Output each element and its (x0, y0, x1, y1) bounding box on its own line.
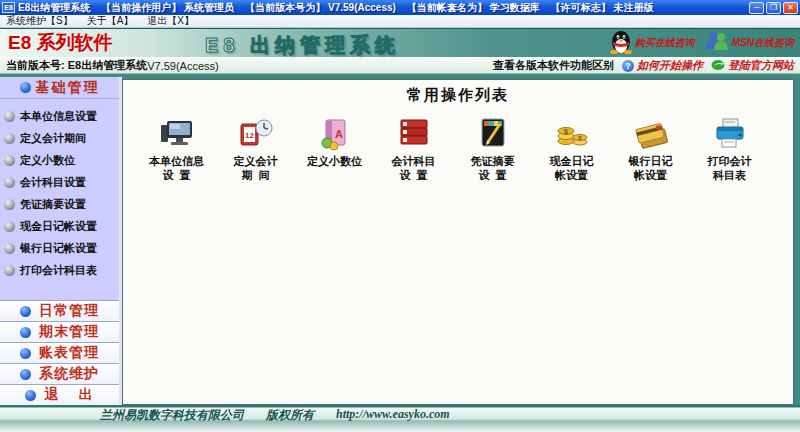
nav-report-management[interactable]: 账表管理 (0, 342, 119, 363)
shortcut-decimal-places[interactable]: A 定义小数位 (295, 115, 374, 201)
official-site-link[interactable]: 登陆官方网站 (711, 58, 794, 73)
msn-people-icon (705, 29, 729, 57)
sphere-icon (4, 155, 15, 166)
red-books-icon (395, 115, 433, 155)
product-title: E8 出纳管理系统 (205, 32, 400, 59)
titlebar: E8 E8出纳管理系统 【当前操作用户】 系统管理员 【当前版本号为】 V7.5… (0, 0, 800, 15)
sidebar-section-label: 基础管理 (36, 79, 100, 97)
version-number: V7.59(Access) (147, 60, 219, 72)
app-icon: E8 (2, 2, 15, 13)
official-site-label: 登陆官方网站 (728, 58, 794, 73)
menu-exit[interactable]: 退出【X】 (147, 14, 194, 28)
shortcut-cash-journal[interactable]: $ $ 现金日记 帐设置 (532, 115, 611, 201)
nav-exit[interactable]: 退 出 (0, 384, 119, 405)
window-title: E8出纳管理系统 【当前操作用户】 系统管理员 【当前版本号为】 V7.59(A… (18, 1, 749, 15)
header-banner: E8 系列软件 E8 出纳管理系统 (0, 28, 800, 58)
sphere-icon (4, 111, 15, 122)
bullet-sphere-icon (20, 82, 31, 93)
sidebar-item-print-subjects[interactable]: 打印会计科目表 (0, 259, 119, 281)
svg-text:12: 12 (245, 131, 254, 140)
sidebar-section-basic-management[interactable]: 基础管理 (0, 77, 119, 99)
bullet-sphere-icon (20, 348, 31, 359)
bullet-sphere-icon (20, 369, 31, 380)
shortcut-grid: 本单位信息 设 置 12 定义会计 期 间 (123, 105, 793, 201)
shortcut-company-info[interactable]: 本单位信息 设 置 (137, 115, 216, 201)
minimize-button[interactable]: ─ (749, 2, 764, 14)
calendar-book-icon-shortcut[interactable]: 12 定义会计 期 间 (216, 115, 295, 201)
sidebar-item-accounting-period[interactable]: 定义会计期间 (0, 127, 119, 149)
sidebar-item-company-info[interactable]: 本单位信息设置 (0, 105, 119, 127)
compare-versions-label[interactable]: 查看各版本软件功能区别 (493, 58, 614, 73)
sidebar: 基础管理 本单位信息设置 定义会计期间 定义小数位 会计科目设置 (0, 77, 122, 405)
qq-penguin-icon (610, 28, 632, 58)
how-to-start-label: 如何开始操作 (637, 58, 703, 73)
sidebar-item-account-subjects[interactable]: 会计科目设置 (0, 171, 119, 193)
website-url[interactable]: http://www.easyko.com (336, 407, 450, 424)
sidebar-item-bank-journal[interactable]: 银行日记帐设置 (0, 237, 119, 259)
pink-book-icon: A (316, 115, 354, 155)
sidebar-item-list: 本单位信息设置 定义会计期间 定义小数位 会计科目设置 凭证摘要设置 (0, 99, 119, 281)
close-button[interactable]: ✕ (783, 2, 798, 14)
menubar: 系统维护【S】 关于【A】 退出【X】 (0, 15, 800, 28)
version-label: 当前版本号: (6, 58, 65, 73)
shortcut-print-subjects[interactable]: 打印会计 科目表 (690, 115, 769, 201)
app-window: E8 E8出纳管理系统 【当前操作用户】 系统管理员 【当前版本号为】 V7.5… (0, 0, 800, 432)
version-product-name: E8出纳管理系统 (68, 58, 147, 73)
nav-daily-management[interactable]: 日常管理 (0, 300, 119, 321)
nav-period-end-management[interactable]: 期末管理 (0, 321, 119, 342)
sphere-icon (4, 177, 15, 188)
menu-about[interactable]: 关于【A】 (87, 14, 134, 28)
info-bar: 当前版本号: E8出纳管理系统 V7.59(Access) 查看各版本软件功能区… (0, 58, 800, 74)
bullet-sphere-icon (25, 390, 36, 401)
sphere-icon (4, 265, 15, 276)
sphere-icon (4, 243, 15, 254)
sphere-icon (4, 133, 15, 144)
question-icon: ? (622, 60, 634, 72)
sphere-icon (4, 221, 15, 232)
bank-cards-icon (632, 115, 670, 155)
notepad-pencil-icon (474, 115, 512, 155)
sidebar-spacer (0, 281, 119, 300)
msn-contact-link[interactable]: MSN在线咨询 (705, 29, 794, 57)
status-bar: 兰州易凯数字科技有限公司 版权所有 http://www.easyko.com (0, 405, 800, 432)
company-name: 兰州易凯数字科技有限公司 (100, 407, 244, 424)
svg-text:$: $ (564, 128, 568, 136)
gold-coins-icon: $ $ (553, 115, 591, 155)
sidebar-item-cash-journal[interactable]: 现金日记帐设置 (0, 215, 119, 237)
shortcut-voucher-summary[interactable]: 凭证摘要 设 置 (453, 115, 532, 201)
sphere-icon (4, 199, 15, 210)
qq-contact-link[interactable]: 购买在线咨询 (610, 28, 695, 58)
printer-icon (711, 115, 749, 155)
bullet-sphere-icon (20, 327, 31, 338)
calendar-book-icon: 12 (237, 115, 275, 155)
svg-text:A: A (335, 128, 343, 140)
body: 基础管理 本单位信息设置 定义会计期间 定义小数位 会计科目设置 (0, 74, 800, 405)
globe-arrow-icon (711, 59, 725, 73)
how-to-start-link[interactable]: ? 如何开始操作 (622, 58, 703, 73)
msn-contact-label: MSN在线咨询 (732, 36, 794, 50)
computer-icon (158, 115, 196, 155)
common-operations-title: 常用操作列表 (123, 80, 793, 105)
shortcut-account-subjects[interactable]: 会计科目 设 置 (374, 115, 453, 201)
sidebar-item-decimal-places[interactable]: 定义小数位 (0, 149, 119, 171)
menu-system-maintain[interactable]: 系统维护【S】 (6, 14, 73, 28)
nav-system-maintenance[interactable]: 系统维护 (0, 363, 119, 384)
bullet-sphere-icon (20, 306, 31, 317)
shortcut-bank-journal[interactable]: 银行日记 帐设置 (611, 115, 690, 201)
sidebar-nav-buttons: 日常管理 期末管理 账表管理 系统维护 退 出 (0, 300, 119, 405)
brand-title: E8 系列软件 (8, 30, 113, 56)
maximize-button[interactable]: ❐ (766, 2, 781, 14)
copyright-label: 版权所有 (266, 407, 314, 424)
qq-contact-label: 购买在线咨询 (635, 36, 695, 50)
main-panel: 常用操作列表 本单位信息 设 置 (122, 79, 794, 405)
sidebar-item-voucher-summary[interactable]: 凭证摘要设置 (0, 193, 119, 215)
